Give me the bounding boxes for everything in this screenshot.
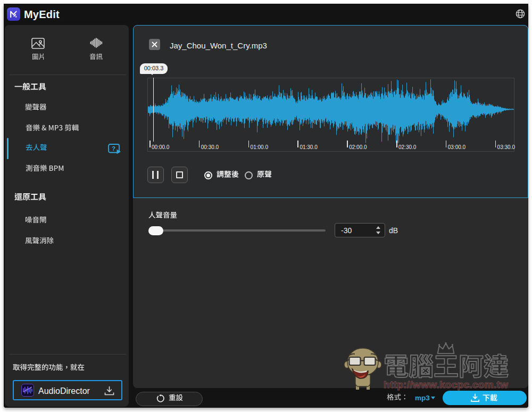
svg-text:?: ? xyxy=(112,145,115,152)
